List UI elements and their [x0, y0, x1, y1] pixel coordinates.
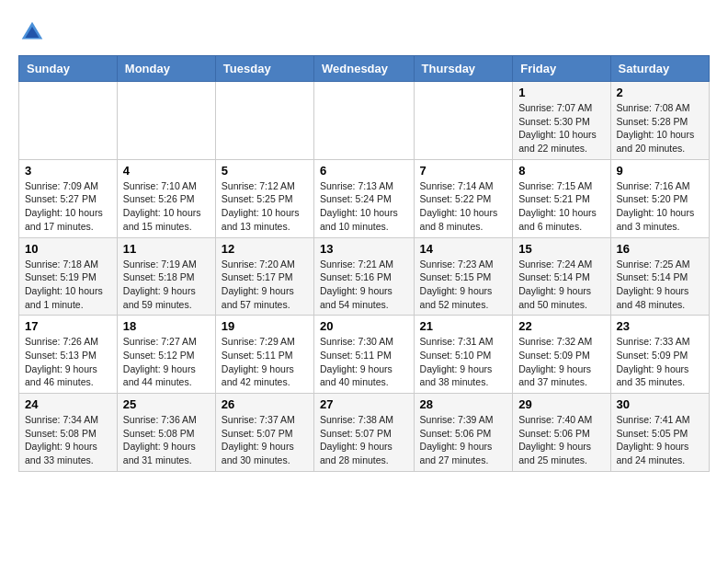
calendar-cell: 9Sunrise: 7:16 AM Sunset: 5:20 PM Daylig… — [610, 159, 709, 237]
day-number: 13 — [320, 242, 408, 256]
day-number: 7 — [420, 164, 507, 178]
day-number: 11 — [123, 242, 210, 256]
calendar-cell: 3Sunrise: 7:09 AM Sunset: 5:27 PM Daylig… — [19, 159, 118, 237]
day-info: Sunrise: 7:32 AM Sunset: 5:09 PM Dayligh… — [518, 335, 604, 389]
day-info: Sunrise: 7:15 AM Sunset: 5:21 PM Dayligh… — [518, 179, 604, 234]
day-info: Sunrise: 7:33 AM Sunset: 5:09 PM Dayligh… — [617, 335, 703, 389]
day-number: 22 — [518, 319, 604, 333]
calendar-cell: 7Sunrise: 7:14 AM Sunset: 5:22 PM Daylig… — [414, 159, 513, 237]
day-info: Sunrise: 7:08 AM Sunset: 5:28 PM Dayligh… — [617, 101, 703, 155]
calendar-cell: 18Sunrise: 7:27 AM Sunset: 5:12 PM Dayli… — [117, 316, 215, 394]
day-info: Sunrise: 7:24 AM Sunset: 5:14 PM Dayligh… — [518, 258, 604, 312]
page-header — [18, 18, 710, 46]
calendar-cell: 8Sunrise: 7:15 AM Sunset: 5:21 PM Daylig… — [513, 159, 610, 237]
day-info: Sunrise: 7:23 AM Sunset: 5:15 PM Dayligh… — [420, 258, 507, 312]
day-number: 3 — [25, 164, 111, 178]
calendar-cell — [314, 82, 415, 160]
day-info: Sunrise: 7:21 AM Sunset: 5:16 PM Dayligh… — [320, 258, 408, 312]
day-info: Sunrise: 7:38 AM Sunset: 5:07 PM Dayligh… — [320, 413, 408, 467]
day-info: Sunrise: 7:14 AM Sunset: 5:22 PM Dayligh… — [420, 179, 507, 234]
logo — [18, 18, 50, 46]
day-info: Sunrise: 7:25 AM Sunset: 5:14 PM Dayligh… — [617, 258, 703, 312]
day-number: 9 — [617, 164, 703, 178]
calendar-cell: 15Sunrise: 7:24 AM Sunset: 5:14 PM Dayli… — [513, 237, 610, 316]
day-number: 12 — [222, 242, 308, 256]
day-number: 26 — [222, 397, 308, 411]
day-number: 25 — [123, 397, 210, 411]
day-number: 4 — [123, 164, 210, 178]
day-number: 1 — [518, 86, 604, 99]
day-number: 6 — [320, 164, 408, 178]
day-info: Sunrise: 7:40 AM Sunset: 5:06 PM Dayligh… — [518, 413, 604, 467]
calendar-cell: 12Sunrise: 7:20 AM Sunset: 5:17 PM Dayli… — [215, 237, 313, 316]
calendar-cell: 26Sunrise: 7:37 AM Sunset: 5:07 PM Dayli… — [215, 394, 313, 472]
day-number: 27 — [320, 397, 408, 411]
calendar-cell: 19Sunrise: 7:29 AM Sunset: 5:11 PM Dayli… — [215, 316, 313, 394]
day-info: Sunrise: 7:31 AM Sunset: 5:10 PM Dayligh… — [420, 335, 507, 389]
weekday-header-sunday: Sunday — [19, 56, 118, 82]
day-info: Sunrise: 7:27 AM Sunset: 5:12 PM Dayligh… — [123, 335, 210, 389]
day-number: 28 — [420, 397, 507, 411]
day-info: Sunrise: 7:13 AM Sunset: 5:24 PM Dayligh… — [320, 179, 408, 234]
calendar-header: SundayMondayTuesdayWednesdayThursdayFrid… — [19, 56, 710, 82]
calendar-cell: 30Sunrise: 7:41 AM Sunset: 5:05 PM Dayli… — [610, 394, 709, 472]
calendar-cell: 11Sunrise: 7:19 AM Sunset: 5:18 PM Dayli… — [117, 237, 215, 316]
day-info: Sunrise: 7:30 AM Sunset: 5:11 PM Dayligh… — [320, 335, 408, 389]
day-info: Sunrise: 7:10 AM Sunset: 5:26 PM Dayligh… — [123, 179, 210, 234]
calendar-cell: 28Sunrise: 7:39 AM Sunset: 5:06 PM Dayli… — [414, 394, 513, 472]
day-number: 2 — [617, 86, 703, 99]
day-info: Sunrise: 7:29 AM Sunset: 5:11 PM Dayligh… — [222, 335, 308, 389]
day-number: 14 — [420, 242, 507, 256]
calendar-cell: 17Sunrise: 7:26 AM Sunset: 5:13 PM Dayli… — [19, 316, 118, 394]
calendar-cell: 22Sunrise: 7:32 AM Sunset: 5:09 PM Dayli… — [513, 316, 610, 394]
weekday-header-wednesday: Wednesday — [314, 56, 415, 82]
day-info: Sunrise: 7:37 AM Sunset: 5:07 PM Dayligh… — [222, 413, 308, 467]
day-number: 21 — [420, 319, 507, 333]
calendar-cell: 25Sunrise: 7:36 AM Sunset: 5:08 PM Dayli… — [117, 394, 215, 472]
day-info: Sunrise: 7:19 AM Sunset: 5:18 PM Dayligh… — [123, 258, 210, 312]
calendar-cell: 27Sunrise: 7:38 AM Sunset: 5:07 PM Dayli… — [314, 394, 415, 472]
calendar-cell: 29Sunrise: 7:40 AM Sunset: 5:06 PM Dayli… — [513, 394, 610, 472]
day-info: Sunrise: 7:16 AM Sunset: 5:20 PM Dayligh… — [617, 179, 703, 234]
calendar-cell — [414, 82, 513, 160]
calendar-cell: 13Sunrise: 7:21 AM Sunset: 5:16 PM Dayli… — [314, 237, 415, 316]
day-number: 18 — [123, 319, 210, 333]
day-number: 23 — [617, 319, 703, 333]
day-info: Sunrise: 7:12 AM Sunset: 5:25 PM Dayligh… — [222, 179, 308, 234]
day-info: Sunrise: 7:26 AM Sunset: 5:13 PM Dayligh… — [25, 335, 111, 389]
day-number: 24 — [25, 397, 111, 411]
day-number: 19 — [222, 319, 308, 333]
calendar-cell: 4Sunrise: 7:10 AM Sunset: 5:26 PM Daylig… — [117, 159, 215, 237]
calendar-cell: 10Sunrise: 7:18 AM Sunset: 5:19 PM Dayli… — [19, 237, 118, 316]
day-number: 15 — [518, 242, 604, 256]
calendar-cell: 20Sunrise: 7:30 AM Sunset: 5:11 PM Dayli… — [314, 316, 415, 394]
logo-icon — [18, 18, 46, 46]
day-number: 10 — [25, 242, 111, 256]
calendar-cell — [117, 82, 215, 160]
calendar-cell — [215, 82, 313, 160]
calendar-table: SundayMondayTuesdayWednesdayThursdayFrid… — [18, 55, 710, 472]
day-info: Sunrise: 7:41 AM Sunset: 5:05 PM Dayligh… — [617, 413, 703, 467]
calendar-cell: 1Sunrise: 7:07 AM Sunset: 5:30 PM Daylig… — [513, 82, 610, 160]
day-number: 17 — [25, 319, 111, 333]
calendar-cell: 2Sunrise: 7:08 AM Sunset: 5:28 PM Daylig… — [610, 82, 709, 160]
day-number: 29 — [518, 397, 604, 411]
calendar-cell: 5Sunrise: 7:12 AM Sunset: 5:25 PM Daylig… — [215, 159, 313, 237]
day-info: Sunrise: 7:07 AM Sunset: 5:30 PM Dayligh… — [518, 101, 604, 155]
day-number: 16 — [617, 242, 703, 256]
calendar-cell: 21Sunrise: 7:31 AM Sunset: 5:10 PM Dayli… — [414, 316, 513, 394]
day-info: Sunrise: 7:39 AM Sunset: 5:06 PM Dayligh… — [420, 413, 507, 467]
day-info: Sunrise: 7:36 AM Sunset: 5:08 PM Dayligh… — [123, 413, 210, 467]
weekday-header-tuesday: Tuesday — [215, 56, 313, 82]
weekday-header-saturday: Saturday — [610, 56, 709, 82]
day-number: 8 — [518, 164, 604, 178]
day-info: Sunrise: 7:18 AM Sunset: 5:19 PM Dayligh… — [25, 258, 111, 312]
calendar-cell: 16Sunrise: 7:25 AM Sunset: 5:14 PM Dayli… — [610, 237, 709, 316]
day-number: 20 — [320, 319, 408, 333]
calendar-cell: 14Sunrise: 7:23 AM Sunset: 5:15 PM Dayli… — [414, 237, 513, 316]
calendar-cell: 6Sunrise: 7:13 AM Sunset: 5:24 PM Daylig… — [314, 159, 415, 237]
day-info: Sunrise: 7:09 AM Sunset: 5:27 PM Dayligh… — [25, 179, 111, 234]
day-number: 5 — [222, 164, 308, 178]
day-number: 30 — [617, 397, 703, 411]
weekday-header-monday: Monday — [117, 56, 215, 82]
